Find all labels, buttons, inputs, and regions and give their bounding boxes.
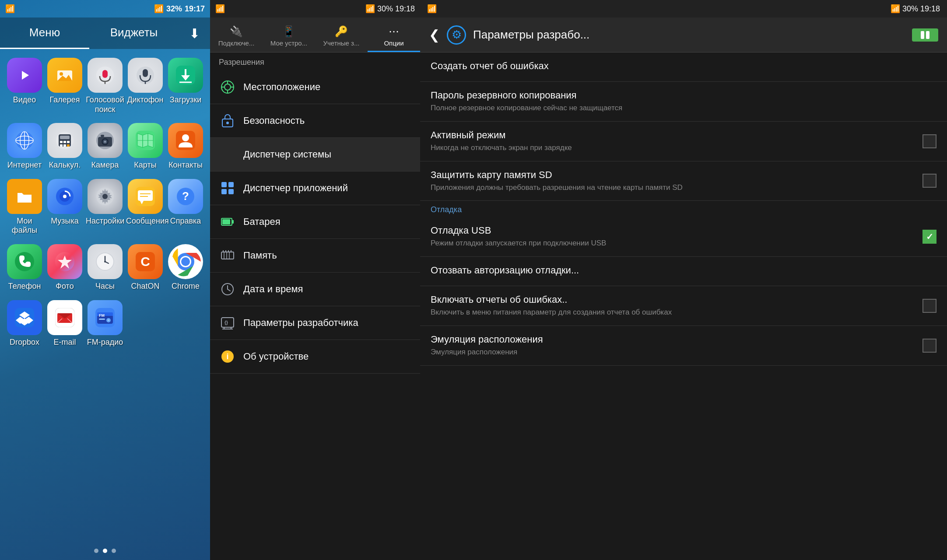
app-video[interactable]: Видео	[4, 58, 45, 114]
download-tab[interactable]: ⬇	[179, 26, 210, 41]
tab-connections-label: Подключе...	[218, 39, 255, 47]
status-left-home: 📶	[5, 4, 15, 14]
time-dev: 19:18	[920, 4, 940, 13]
time-home: 19:17	[185, 4, 205, 14]
protect-sd-checkbox[interactable]	[922, 174, 936, 188]
app-music[interactable]: Музыка	[45, 179, 85, 235]
settings-item-location[interactable]: Местоположение	[210, 70, 420, 104]
revoke-auth-content: Отозвать авторизацию отладки...	[431, 265, 936, 278]
app-calc[interactable]: Калькул.	[45, 123, 85, 170]
tab-menu[interactable]: Меню	[0, 18, 89, 49]
app-label-phone: Телефон	[8, 282, 41, 291]
app-label-gallery: Галерея	[49, 95, 80, 105]
app-chrome[interactable]: Chrome	[165, 244, 206, 291]
tab-options[interactable]: ⋯ Опции	[368, 18, 420, 52]
dev-item-revoke-auth[interactable]: Отозвать авторизацию отладки...	[420, 257, 947, 286]
dev-title: Параметры разрабо...	[473, 28, 905, 42]
signal-icon-settings: 📶	[365, 4, 375, 13]
emulate-location-checkbox[interactable]	[922, 339, 936, 353]
dev-toggle[interactable]	[912, 28, 938, 42]
app-icon-email	[47, 300, 82, 335]
app-label-myfiles: Мои файлы	[5, 217, 44, 235]
app-clock[interactable]: Часы	[85, 244, 125, 291]
svg-rect-99	[222, 219, 230, 224]
app-maps[interactable]: Карты	[125, 123, 165, 170]
settings-label-security: Безопасность	[243, 115, 305, 126]
error-reports-content: Включать отчеты об ошибках.. Включить в …	[431, 294, 922, 318]
app-internet[interactable]: Интернет	[4, 123, 45, 170]
app-email[interactable]: E-mail	[45, 300, 85, 347]
dev-item-emulate-location[interactable]: Эмуляция расположения Эмуляция расположе…	[420, 326, 947, 366]
app-icon-photos	[47, 244, 82, 279]
app-camera[interactable]: Камера	[85, 123, 125, 170]
svg-text:i: i	[226, 352, 228, 361]
app-photos[interactable]: Фото	[45, 244, 85, 291]
tab-connections[interactable]: 🔌 Подключе...	[210, 18, 263, 52]
app-label-contacts: Контакты	[168, 161, 203, 170]
app-icon-recorder	[128, 58, 163, 93]
emulate-location-row: Эмуляция расположения Эмуляция расположе…	[431, 334, 936, 357]
error-reports-subtitle: Включить в меню питания параметр для соз…	[431, 307, 922, 318]
svg-rect-100	[221, 252, 234, 259]
app-phone[interactable]: Телефон	[4, 244, 45, 291]
toggle-bar-2	[926, 31, 929, 39]
error-reports-checkbox[interactable]	[922, 299, 936, 313]
settings-label-location: Местоположение	[243, 81, 320, 93]
app-label-downloads: Загрузки	[170, 95, 201, 105]
app-icon-help: ?	[168, 179, 203, 214]
svg-text:{}: {}	[224, 320, 228, 325]
accounts-icon: 🔑	[335, 25, 348, 38]
back-button[interactable]: ❮	[429, 27, 440, 42]
app-help[interactable]: ? Справка	[165, 179, 206, 235]
wifi-icon-home: 📶	[5, 4, 15, 14]
app-icon-clock	[88, 244, 123, 279]
settings-item-about[interactable]: i Об устройстве	[210, 340, 420, 374]
app-myfiles[interactable]: Мои файлы	[4, 179, 45, 235]
usb-debug-checkbox[interactable]	[922, 230, 936, 244]
app-messages[interactable]: Сообщения	[125, 179, 165, 235]
dev-item-error-reports[interactable]: Включать отчеты об ошибках.. Включить в …	[420, 286, 947, 326]
app-contacts[interactable]: Контакты	[165, 123, 206, 170]
dot-1[interactable]	[94, 549, 98, 553]
active-mode-row: Активный режим Никогда не отключать экра…	[431, 130, 936, 153]
tab-mydevice[interactable]: 📱 Мое устро...	[263, 18, 315, 52]
dev-item-backup-password[interactable]: Пароль резервного копирования Полное рез…	[420, 82, 947, 122]
settings-item-sysmanager[interactable]: Диспетчер системы	[210, 138, 420, 172]
svg-rect-27	[67, 144, 70, 147]
status-bar-home: 📶 📶 32% 19:17	[0, 0, 210, 18]
svg-text:?: ?	[182, 189, 189, 203]
settings-item-security[interactable]: Безопасность	[210, 104, 420, 138]
protect-sd-content: Защитить карту памяти SD Приложения долж…	[431, 169, 922, 193]
settings-item-datetime[interactable]: Дата и время	[210, 273, 420, 306]
tab-accounts[interactable]: 🔑 Учетные з...	[315, 18, 368, 52]
app-settings[interactable]: Настройки	[85, 179, 125, 235]
app-dropbox[interactable]: Dropbox	[4, 300, 45, 347]
app-voice[interactable]: Голосовой поиск	[85, 58, 125, 114]
settings-section-header: Разрешения	[210, 52, 420, 70]
app-downloads[interactable]: Загрузки	[165, 58, 206, 114]
status-right-home: 📶 32% 19:17	[154, 4, 205, 14]
dev-item-active-mode[interactable]: Активный режим Никогда не отключать экра…	[420, 122, 947, 161]
settings-item-appmanager[interactable]: Диспетчер приложений	[210, 172, 420, 205]
active-mode-checkbox[interactable]	[922, 134, 936, 148]
dev-item-protect-sd[interactable]: Защитить карту памяти SD Приложения долж…	[420, 161, 947, 201]
app-fmradio[interactable]: FM FM-радио	[85, 300, 125, 347]
app-chaton[interactable]: C ChatON	[125, 244, 165, 291]
svg-rect-55	[15, 252, 34, 271]
app-label-fmradio: FM-радио	[87, 338, 123, 347]
app-gallery[interactable]: Галерея	[45, 58, 85, 114]
dot-3[interactable]	[112, 549, 116, 553]
dot-2[interactable]	[103, 549, 107, 553]
settings-item-battery[interactable]: Батарея	[210, 205, 420, 239]
signal-icon-dev: 📶	[891, 4, 900, 13]
svg-point-32	[104, 141, 106, 143]
settings-item-memory[interactable]: Память	[210, 239, 420, 273]
app-icon-maps	[128, 123, 163, 158]
dev-item-create-report[interactable]: Создать отчет об ошибках	[420, 52, 947, 82]
app-label-maps: Карты	[134, 161, 156, 170]
active-mode-content: Активный режим Никогда не отключать экра…	[431, 130, 922, 153]
app-recorder[interactable]: Диктофон	[125, 58, 165, 114]
dev-item-usb-debug[interactable]: Отладка USB Режим отладки запускается пр…	[420, 217, 947, 257]
tab-widgets[interactable]: Виджеты	[89, 18, 179, 49]
settings-item-devopt[interactable]: {} Параметры разработчика	[210, 306, 420, 340]
